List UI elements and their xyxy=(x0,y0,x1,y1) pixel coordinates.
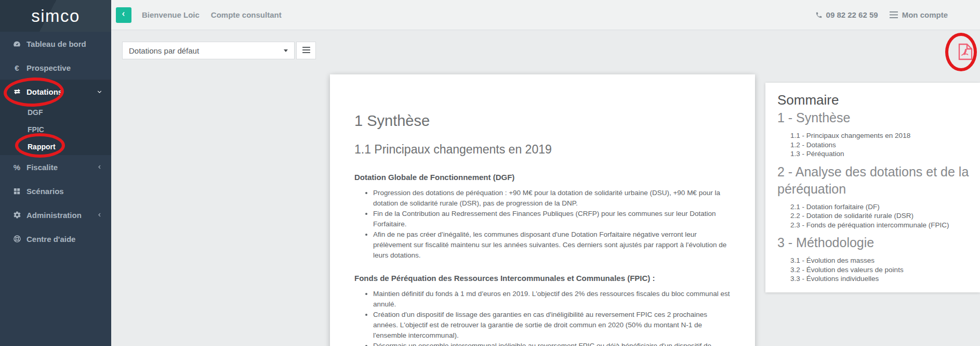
hamburger-icon xyxy=(890,11,898,18)
sidebar-item-label: Scénarios xyxy=(27,187,64,196)
percent-icon: % xyxy=(10,163,23,172)
topbar: Bienvenue Loic Compte consultant 09 82 2… xyxy=(111,0,980,30)
sidebar-item-rapport[interactable]: Rapport xyxy=(0,138,111,155)
sidebar-item-dotations[interactable]: Dotations xyxy=(0,80,111,104)
doc-bullet-list: Maintien définitif du fonds à 1 md d'eur… xyxy=(354,289,731,346)
select-caret-icon xyxy=(284,49,288,52)
sidebar-item-tableau-de-bord[interactable]: Tableau de bord xyxy=(0,32,111,56)
sidebar-subitem-label: DGF xyxy=(28,108,43,117)
sidebar-item-label: Dotations xyxy=(27,87,62,96)
toc-title: Sommaire xyxy=(777,92,971,108)
grid-icon xyxy=(10,187,23,195)
collapse-sidebar-button[interactable] xyxy=(116,7,131,23)
doc-bullet: Afin de ne pas créer d'inégalité, les co… xyxy=(373,229,731,261)
sidebar-item-label: Centre d'aide xyxy=(27,235,75,244)
main-content: Dotations par défaut 1 Synthèse 1.1 Prin… xyxy=(111,30,980,346)
toc-subentry[interactable]: 2.2 - Dotation de solidarité rurale (DSR… xyxy=(790,211,971,221)
report-select[interactable]: Dotations par défaut xyxy=(122,42,295,59)
sidebar-item-dgf[interactable]: DGF xyxy=(0,104,111,121)
sidebar-subitem-label: Rapport xyxy=(28,143,56,151)
brand-logo: simco xyxy=(0,0,111,32)
topbar-right: 09 82 22 62 59 Mon compte xyxy=(815,10,948,19)
report-document: 1 Synthèse 1.1 Principaux changements en… xyxy=(330,74,755,346)
doc-heading-1-1: 1.1 Principaux changements en 2019 xyxy=(354,142,731,157)
dashboard-icon xyxy=(10,40,23,48)
chevron-left-icon xyxy=(97,212,103,218)
doc-bullet: Création d'un dispositif de lissage des … xyxy=(373,310,731,341)
doc-bullet: Maintien définitif du fonds à 1 md d'eur… xyxy=(373,289,731,310)
phone-number: 09 82 22 62 59 xyxy=(826,10,878,19)
welcome-text: Bienvenue Loic xyxy=(142,10,200,19)
sidebar-item-label: Prospective xyxy=(27,63,71,72)
gear-icon xyxy=(10,211,23,219)
toc-entry-1[interactable]: 1 - Synthèse xyxy=(777,109,971,126)
doc-section-title: Dotation Globale de Fonctionnement (DGF) xyxy=(354,172,731,182)
sidebar: simco Tableau de bord € Prospective Dota… xyxy=(0,0,111,346)
sidebar-item-label: Administration xyxy=(27,211,82,220)
doc-section-dgf: Dotation Globale de Fonctionnement (DGF)… xyxy=(354,172,731,261)
sidebar-item-prospective[interactable]: € Prospective xyxy=(0,56,111,80)
toc-sublist: 1.1 - Principaux changements en 2018 1.2… xyxy=(777,131,971,159)
sidebar-item-fpic[interactable]: FPIC xyxy=(0,121,111,138)
sidebar-item-label: Fiscalite xyxy=(27,163,58,172)
toc-subentry[interactable]: 3.2 - Évolution des valeurs de points xyxy=(790,265,971,275)
toc-sublist: 2.1 - Dotation forfaitaire (DF) 2.2 - Do… xyxy=(777,202,971,230)
sidebar-group-dotations: Dotations DGF FPIC Rapport xyxy=(0,80,111,155)
account-type-text: Compte consultant xyxy=(211,10,282,19)
doc-bullet: Progression des dotations de péréquation… xyxy=(373,188,731,209)
life-ring-icon xyxy=(10,235,23,243)
pdf-file-icon xyxy=(958,53,973,62)
chevron-down-icon xyxy=(96,88,103,95)
table-of-contents: Sommaire 1 - Synthèse 1.1 - Principaux c… xyxy=(765,83,980,292)
toc-sublist: 3.1 - Évolution des masses 3.2 - Évoluti… xyxy=(777,256,971,284)
chevron-left-icon xyxy=(97,164,103,170)
report-select-value: Dotations par défaut xyxy=(129,46,199,55)
toc-subentry[interactable]: 2.1 - Dotation forfaitaire (DF) xyxy=(790,202,971,212)
sidebar-item-fiscalite[interactable]: % Fiscalite xyxy=(0,155,111,179)
exchange-icon xyxy=(10,87,23,96)
doc-section-fpic: Fonds de Péréquation des Ressources Inte… xyxy=(354,273,731,346)
toc-subentry[interactable]: 1.3 - Péréquation xyxy=(790,149,971,159)
sidebar-item-centre-aide[interactable]: Centre d'aide xyxy=(0,227,111,251)
sidebar-subitem-label: FPIC xyxy=(28,125,44,134)
sidebar-item-administration[interactable]: Administration xyxy=(0,203,111,227)
sidebar-item-scenarios[interactable]: Scénarios xyxy=(0,179,111,203)
doc-bullet-list: Progression des dotations de péréquation… xyxy=(354,188,731,261)
phone-icon xyxy=(815,11,823,19)
toc-subentry[interactable]: 1.1 - Principaux changements en 2018 xyxy=(790,131,971,140)
doc-section-title: Fonds de Péréquation des Ressources Inte… xyxy=(354,273,731,283)
sidebar-item-label: Tableau de bord xyxy=(27,40,86,48)
doc-heading-1: 1 Synthèse xyxy=(354,112,731,130)
toc-subentry[interactable]: 1.2 - Dotations xyxy=(790,140,971,150)
chevron-left-icon xyxy=(120,10,127,20)
toc-subentry[interactable]: 3.1 - Évolution des masses xyxy=(790,256,971,265)
report-toolbar: Dotations par défaut xyxy=(122,42,316,59)
export-pdf-button[interactable] xyxy=(958,43,973,60)
toc-entry-2[interactable]: 2 - Analyse des dotations et de la péréq… xyxy=(777,163,971,198)
doc-bullet: Désormais un ensemble intercommunal inél… xyxy=(373,341,731,346)
euro-icon: € xyxy=(10,63,23,72)
toc-subentry[interactable]: 2.3 - Fonds de péréquation intercommunal… xyxy=(790,221,971,230)
hamburger-icon xyxy=(302,46,310,55)
doc-bullet: Fin de la Contribution au Redressement d… xyxy=(373,209,731,229)
toc-subentry[interactable]: 3.3 - Évolutions individuelles xyxy=(790,274,971,284)
toc-entry-3[interactable]: 3 - Méthodologie xyxy=(777,234,971,251)
my-account-button[interactable]: Mon compte xyxy=(902,10,948,19)
report-options-button[interactable] xyxy=(296,42,316,59)
